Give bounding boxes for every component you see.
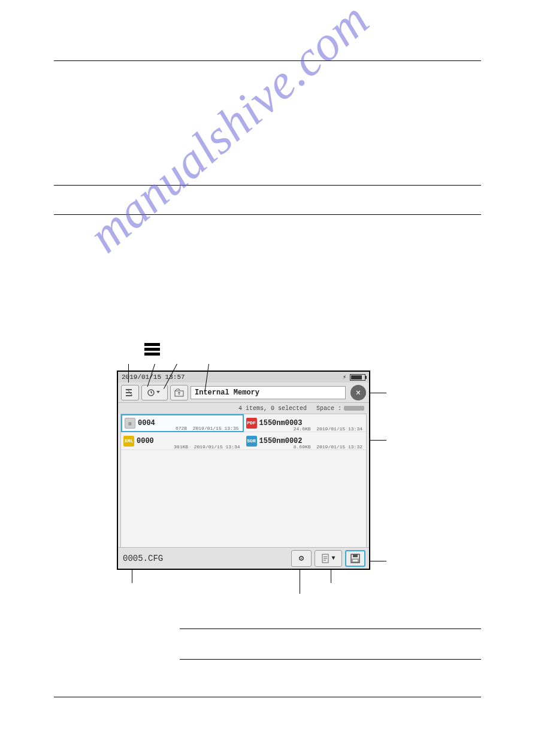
- close-button[interactable]: ✕: [350, 385, 366, 400]
- callout-line: [331, 570, 331, 583]
- section-rule: [54, 60, 481, 61]
- file-meta: 24.6KB 2019/01/15 13:34: [294, 426, 362, 432]
- callout-line: [132, 570, 132, 583]
- callout-line: [128, 364, 129, 382]
- file-list[interactable]: ▦ 0004 672B 2019/01/15 13:35 PDF 1550nm0…: [120, 414, 367, 548]
- battery-icon: [350, 374, 365, 381]
- file-type-icon: PDF: [246, 418, 257, 429]
- file-type-icon: ▦: [125, 418, 135, 429]
- save-icon: [350, 554, 360, 563]
- section-rule: [54, 185, 481, 186]
- file-type-icon: XML: [123, 436, 134, 447]
- svg-rect-4: [353, 554, 358, 557]
- close-icon: ✕: [356, 387, 361, 397]
- filename-field[interactable]: 0005.CFG: [122, 554, 288, 563]
- items-count: 4 items, 0 selected: [238, 405, 307, 412]
- file-meta: 672B 2019/01/15 13:35: [176, 426, 239, 431]
- document-page: manualshive.com 2019/01/15 13:57 ⚡: [0, 0, 535, 756]
- power-icon: ⚡: [343, 374, 346, 381]
- status-datetime: 2019/01/15 13:57: [122, 374, 185, 381]
- file-item[interactable]: XML 0000 301KB 2019/01/15 13:34: [121, 432, 244, 450]
- chevron-down-icon: ▼: [331, 555, 335, 561]
- file-toolbar: Internal Memory ✕: [118, 382, 369, 403]
- file-type-icon: SOR: [246, 436, 257, 447]
- gear-icon: ⚙: [299, 553, 304, 563]
- file-item[interactable]: ▦ 0004 672B 2019/01/15 13:35: [121, 414, 244, 432]
- bottom-toolbar: 0005.CFG ⚙ ▼: [118, 547, 369, 569]
- file-type-dropdown[interactable]: ▼: [315, 550, 342, 567]
- callout-line: [370, 393, 386, 393]
- document-icon: [321, 554, 330, 563]
- file-name: 0004: [138, 419, 155, 427]
- file-meta: 8.69KB 2019/01/15 13:32: [294, 444, 362, 450]
- file-item[interactable]: SOR 1550nm0002 8.69KB 2019/01/15 13:32: [244, 432, 367, 450]
- status-bar: 2019/01/15 13:57 ⚡: [118, 372, 369, 382]
- file-item[interactable]: PDF 1550nm0003 24.6KB 2019/01/15 13:34: [244, 414, 367, 432]
- file-info-row: 4 items, 0 selected Space :: [118, 403, 369, 414]
- callout-line: [370, 440, 386, 441]
- file-name: 0000: [137, 437, 154, 445]
- path-display[interactable]: Internal Memory: [191, 386, 346, 399]
- file-meta: 301KB 2019/01/15 13:34: [174, 444, 240, 450]
- settings-button[interactable]: ⚙: [291, 550, 312, 567]
- section-rule: [180, 659, 481, 660]
- multi-select-button[interactable]: [121, 385, 139, 400]
- callout-line: [300, 570, 300, 594]
- device-screenshot: 2019/01/15 13:57 ⚡ Internal Memory ✕ 4 i…: [117, 371, 370, 570]
- section-rule: [180, 629, 481, 629]
- grid-view-icon: [144, 343, 160, 357]
- callout-line: [370, 561, 386, 561]
- save-button[interactable]: [345, 550, 365, 567]
- section-rule: [54, 697, 481, 697]
- watermark-text: manualshive.com: [78, 0, 380, 264]
- section-rule: [54, 214, 481, 215]
- space-indicator: Space :: [316, 405, 364, 412]
- up-folder-button[interactable]: [170, 385, 188, 400]
- status-right: ⚡: [343, 374, 365, 381]
- svg-rect-5: [352, 559, 358, 562]
